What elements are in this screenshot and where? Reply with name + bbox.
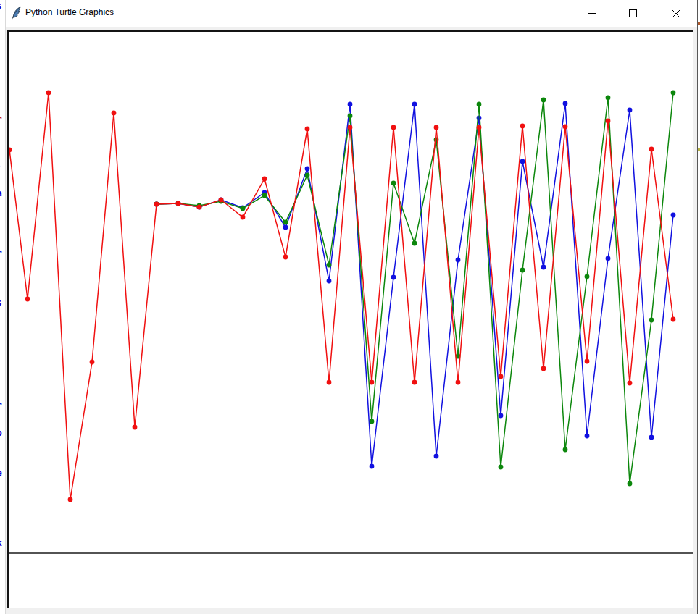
window-title: Python Turtle Graphics (25, 7, 114, 17)
red-data-point (499, 374, 504, 379)
red-data-point (585, 359, 590, 364)
blue-data-point (327, 279, 332, 284)
red-data-point (197, 205, 202, 210)
red-data-point (628, 381, 633, 386)
green-data-point (541, 98, 546, 103)
green-data-point (370, 419, 375, 424)
red-data-point (412, 380, 417, 385)
clipped-text-fragment: s (0, 298, 5, 307)
blue-data-point (391, 275, 396, 280)
green-data-point (671, 91, 676, 96)
blue-data-point (563, 101, 568, 106)
green-data-point (563, 447, 568, 453)
blue-data-point (606, 256, 611, 261)
red-data-point (46, 91, 51, 96)
red-data-point (262, 177, 267, 182)
green-data-point (585, 274, 590, 279)
red-data-point (283, 255, 288, 260)
clipped-text-fragment: k (0, 538, 5, 547)
blue-data-point (283, 225, 288, 230)
green-data-point (305, 173, 310, 178)
green-data-point (412, 241, 417, 246)
green-data-point (283, 220, 288, 225)
red-data-point (606, 119, 611, 124)
red-data-point (563, 125, 568, 130)
maximize-button[interactable] (616, 0, 649, 27)
turtle-canvas (7, 30, 693, 608)
green-data-point (520, 268, 525, 273)
green-data-point (348, 114, 353, 119)
background-window-left-sliver: sr.arsrpek (0, 0, 6, 614)
red-data-point (671, 317, 676, 322)
clipped-text-fragment: s (0, 1, 5, 10)
blue-data-point (628, 108, 633, 113)
blue-data-point (305, 167, 310, 172)
title-bar[interactable]: Python Turtle Graphics (5, 0, 697, 27)
clipped-text-fragment: r (0, 114, 5, 124)
green-data-point (606, 96, 611, 101)
clipped-text-fragment: r (0, 248, 5, 258)
blue-data-point (649, 435, 654, 440)
red-data-point (68, 497, 73, 502)
red-data-point (370, 380, 375, 385)
red-data-point (456, 380, 461, 385)
red-data-point (219, 198, 224, 203)
green-data-point (327, 263, 332, 268)
red-series-line (9, 93, 673, 500)
red-data-point (241, 215, 246, 220)
blue-data-point (585, 434, 590, 439)
clipped-text-fragment: e (0, 468, 5, 477)
maximize-icon (629, 9, 637, 17)
blue-data-point (541, 265, 546, 270)
red-data-point (25, 297, 30, 302)
green-data-point (649, 318, 654, 323)
red-data-point (348, 125, 353, 130)
minimize-button[interactable] (575, 0, 608, 27)
close-icon (672, 9, 680, 18)
green-data-point (262, 193, 267, 198)
red-data-point (176, 201, 181, 206)
green-data-point (628, 481, 633, 487)
red-data-point (649, 147, 654, 152)
red-data-point (305, 127, 310, 132)
red-data-point (90, 360, 95, 365)
blue-data-point (671, 213, 676, 218)
red-data-point (154, 202, 159, 207)
close-button[interactable] (659, 0, 693, 27)
red-data-point (112, 111, 117, 116)
blue-series-line (157, 104, 673, 466)
red-data-point (541, 366, 546, 371)
red-data-point (327, 380, 332, 385)
red-data-point (477, 125, 482, 130)
blue-data-point (499, 413, 504, 419)
window-bottom-border (5, 608, 697, 614)
green-data-point (499, 465, 504, 470)
blue-data-point (412, 102, 417, 107)
tk-feather-icon (10, 6, 23, 20)
blue-data-point (348, 102, 353, 107)
turtle-plot-svg (9, 32, 693, 608)
clipped-text-fragment: r (0, 400, 5, 410)
green-series-line (157, 93, 673, 484)
red-data-point (434, 125, 439, 130)
red-data-point (133, 425, 138, 430)
green-data-point (477, 102, 482, 107)
green-data-point (241, 206, 246, 211)
blue-data-point (370, 464, 375, 469)
clipped-text-fragment: a (0, 188, 5, 198)
green-data-point (391, 181, 396, 186)
turtle-graphics-window: Python Turtle Graphics (5, 0, 698, 614)
minimize-icon (588, 13, 596, 14)
red-data-point (520, 124, 525, 129)
clipped-text-fragment: . (0, 159, 5, 169)
red-data-point (391, 125, 396, 130)
blue-data-point (520, 159, 525, 164)
clipped-text-fragment: p (0, 428, 5, 437)
red-data-point (9, 148, 12, 153)
blue-data-point (456, 258, 461, 263)
blue-data-point (434, 454, 439, 459)
